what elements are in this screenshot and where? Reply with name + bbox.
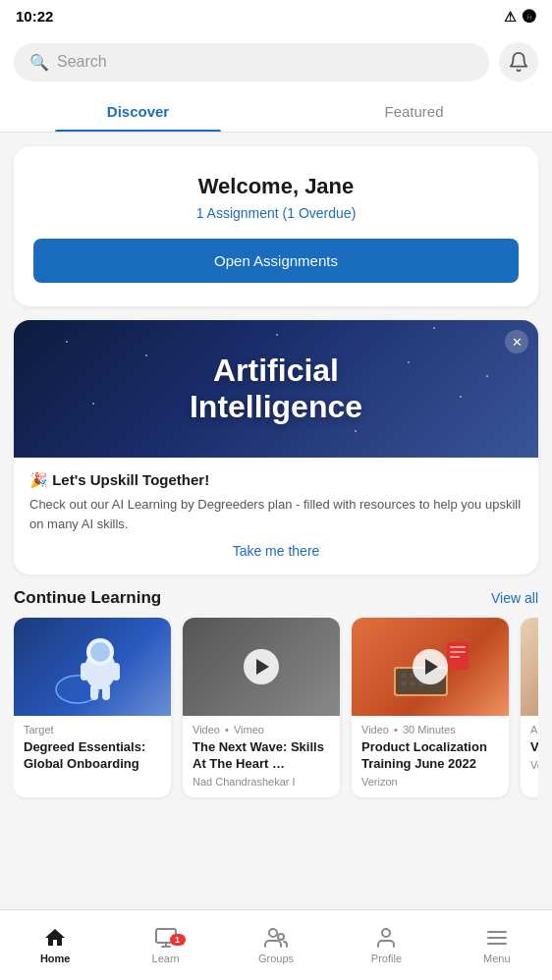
warning-icon: ⚠ [504, 9, 517, 25]
svg-rect-11 [401, 674, 407, 678]
nav-label-menu: Menu [483, 953, 511, 964]
ai-banner-close-button[interactable]: ✕ [505, 330, 528, 354]
card-thumb-1 [14, 618, 171, 716]
alert-icon: 🅐 [523, 9, 536, 25]
ai-banner-body: 🎉 Let's Upskill Together! Check out our … [14, 458, 538, 574]
card-thumb-3 [352, 618, 509, 716]
tab-discover[interactable]: Discover [0, 91, 276, 132]
card-tag-4: Article [530, 724, 538, 735]
learning-card-3[interactable]: Video • 30 Minutes Product Localization … [352, 618, 509, 797]
card-author-2: Nad Chandrashekar I [193, 776, 330, 788]
svg-rect-23 [450, 656, 460, 658]
search-bar[interactable]: 🔍 Search [14, 43, 489, 82]
svg-point-31 [382, 929, 390, 937]
svg-rect-21 [450, 646, 466, 648]
nav-label-learn: Learn [152, 953, 180, 964]
ai-banner-headline: 🎉 Let's Upskill Together! [29, 471, 523, 489]
astronaut-illustration [53, 626, 132, 709]
card-thumb-4 [521, 618, 538, 716]
learning-card-4[interactable]: Article Verizon … With D… Verizon Wom… [521, 618, 538, 797]
tabs-container: Discover Featured [0, 91, 552, 133]
nav-label-profile: Profile [371, 953, 402, 964]
home-icon [43, 926, 67, 950]
status-icons: ⚠ 🅐 [504, 9, 536, 25]
nav-item-menu[interactable]: Menu [442, 910, 552, 980]
view-all-link[interactable]: View all [491, 590, 538, 606]
nav-label-groups: Groups [258, 953, 294, 964]
svg-point-29 [269, 929, 277, 937]
bell-icon [508, 51, 529, 73]
play-icon-3 [425, 659, 438, 675]
profile-icon [374, 926, 398, 950]
svg-rect-7 [90, 684, 98, 700]
status-bar: 10:22 ⚠ 🅐 [0, 0, 552, 32]
card-body-2: Video • Vimeo The Next Wave: Skills At T… [183, 716, 340, 797]
learn-badge: 1 [170, 934, 186, 946]
card-author-4: Verizon Wom… [530, 759, 538, 771]
ai-banner-cta-link[interactable]: Take me there [29, 543, 523, 559]
nav-item-learn[interactable]: 1 Learn [110, 910, 220, 980]
nav-item-home[interactable]: Home [0, 910, 110, 980]
card-title-3: Product Localization Training June 2022 [361, 739, 499, 773]
learning-cards-row: Target Degreed Essentials: Global Onboar… [14, 618, 538, 807]
nav-item-groups[interactable]: Groups [221, 910, 331, 980]
svg-rect-6 [112, 663, 120, 681]
search-icon: 🔍 [29, 53, 49, 72]
learning-card-1[interactable]: Target Degreed Essentials: Global Onboar… [14, 618, 171, 797]
card-tag-2: Video • Vimeo [193, 724, 330, 735]
play-icon-2 [256, 659, 269, 675]
tab-featured[interactable]: Featured [276, 91, 552, 132]
svg-rect-5 [81, 663, 88, 681]
card-title-1: Degreed Essentials: Global Onboarding [24, 739, 161, 773]
ai-banner-description: Check out our AI Learning by Degreeders … [29, 495, 523, 533]
welcome-title: Welcome, Jane [33, 174, 519, 199]
svg-rect-16 [401, 681, 407, 685]
ai-banner-title: Artificial Intelligence [190, 353, 362, 425]
search-container: 🔍 Search [0, 32, 552, 91]
card-body-3: Video • 30 Minutes Product Localization … [352, 716, 509, 797]
card-author-3: Verizon [361, 776, 499, 788]
ai-banner-card: Artificial Intelligence ✕ 🎉 Let's Upskil… [14, 320, 538, 574]
card-tag-1: Target [24, 724, 161, 735]
bottom-nav: Home 1 Learn Groups Profile [0, 909, 552, 980]
svg-point-30 [278, 934, 284, 940]
svg-rect-17 [410, 681, 415, 685]
main-content: Welcome, Jane 1 Assignment (1 Overdue) O… [0, 133, 552, 899]
play-button-3[interactable] [413, 649, 448, 684]
open-assignments-button[interactable]: Open Assignments [33, 239, 519, 283]
card-title-2: The Next Wave: Skills At The Heart … [193, 739, 330, 773]
section-header: Continue Learning View all [14, 588, 538, 618]
card-body-1: Target Degreed Essentials: Global Onboar… [14, 716, 171, 783]
nav-item-profile[interactable]: Profile [331, 910, 441, 980]
card-tag-3: Video • 30 Minutes [361, 724, 499, 735]
nav-label-home: Home [40, 953, 71, 964]
svg-rect-8 [102, 684, 110, 700]
status-time: 10:22 [16, 8, 53, 25]
welcome-subtitle: 1 Assignment (1 Overdue) [33, 205, 519, 221]
card-thumb-2 [183, 618, 340, 716]
groups-icon [264, 926, 288, 950]
card-title-4: Verizon … With D… [530, 739, 538, 756]
continue-learning-section: Continue Learning View all [14, 588, 538, 807]
search-input[interactable]: Search [57, 53, 107, 71]
ai-banner-image: Artificial Intelligence ✕ [14, 320, 538, 458]
bottom-spacer [14, 821, 538, 899]
svg-point-4 [90, 642, 110, 662]
play-button-2[interactable] [244, 649, 279, 684]
notification-bell-button[interactable] [499, 42, 538, 82]
menu-icon [485, 926, 509, 950]
welcome-card: Welcome, Jane 1 Assignment (1 Overdue) O… [14, 146, 538, 306]
svg-rect-22 [450, 651, 466, 653]
section-title: Continue Learning [14, 588, 161, 608]
card-body-4: Article Verizon … With D… Verizon Wom… [521, 716, 538, 781]
learning-card-2[interactable]: Video • Vimeo The Next Wave: Skills At T… [183, 618, 340, 797]
